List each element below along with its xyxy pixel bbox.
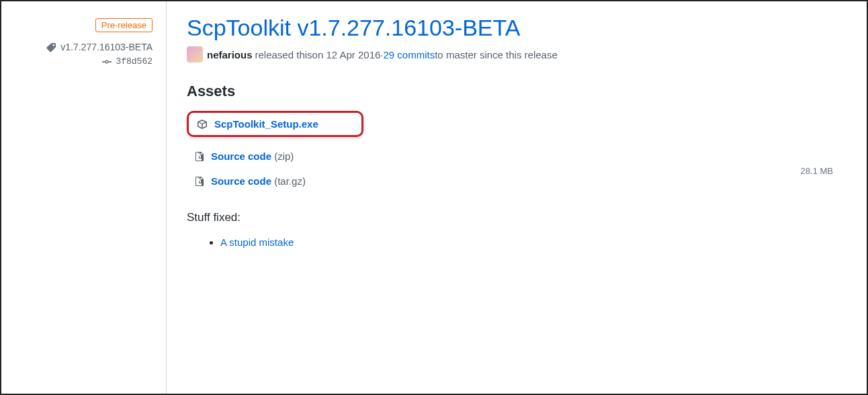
asset-link-targz[interactable]: Source code (tar.gz) bbox=[211, 175, 306, 187]
asset-row[interactable]: Source code (zip) bbox=[187, 146, 840, 166]
tag-row[interactable]: v1.7.277.16103-BETA bbox=[15, 42, 153, 52]
commit-icon bbox=[102, 57, 112, 67]
zip-icon bbox=[195, 151, 204, 162]
author-link[interactable]: nefarious bbox=[207, 49, 253, 60]
released-text: released this bbox=[255, 49, 312, 60]
commit-row[interactable]: 3f8d562 bbox=[15, 56, 153, 67]
asset-row[interactable]: Source code (tar.gz) bbox=[187, 171, 840, 191]
notes-heading: Stuff fixed: bbox=[187, 211, 840, 224]
asset-link-exe[interactable]: ScpToolkit_Setup.exe bbox=[214, 118, 318, 130]
pre-release-badge: Pre-release bbox=[95, 18, 153, 32]
asset-name: Source code bbox=[211, 175, 271, 187]
package-icon bbox=[197, 119, 208, 130]
release-main: ScpToolkit v1.7.277.16103-BETA nefarious… bbox=[167, 1, 867, 394]
commits-trail: to master since this release bbox=[435, 49, 558, 60]
commit-sha: 3f8d562 bbox=[116, 56, 153, 67]
asset-ext: (zip) bbox=[271, 150, 294, 162]
assets-heading: Assets bbox=[187, 83, 840, 100]
note-link[interactable]: A stupid mistake bbox=[220, 236, 294, 248]
release-sidebar: Pre-release v1.7.277.16103-BETA 3f8d562 bbox=[1, 1, 167, 394]
release-date: on 12 Apr 2016 bbox=[312, 49, 381, 60]
tag-icon bbox=[46, 42, 56, 52]
asset-ext: (tar.gz) bbox=[271, 175, 306, 187]
tag-name: v1.7.277.16103-BETA bbox=[60, 42, 153, 52]
asset-row-highlighted[interactable]: ScpToolkit_Setup.exe bbox=[187, 111, 363, 137]
release-title[interactable]: ScpToolkit v1.7.277.16103-BETA bbox=[187, 15, 840, 41]
commits-link[interactable]: 29 commits bbox=[384, 49, 435, 60]
asset-size: 28.1 MB bbox=[801, 166, 833, 176]
asset-link-zip[interactable]: Source code (zip) bbox=[211, 150, 294, 162]
asset-name: Source code bbox=[211, 150, 271, 162]
avatar[interactable] bbox=[187, 46, 203, 62]
notes-list: A stupid mistake bbox=[187, 236, 840, 248]
zip-icon bbox=[195, 176, 204, 187]
release-meta: nefarious released this on 12 Apr 2016 ·… bbox=[187, 46, 840, 62]
list-item: A stupid mistake bbox=[220, 236, 840, 248]
